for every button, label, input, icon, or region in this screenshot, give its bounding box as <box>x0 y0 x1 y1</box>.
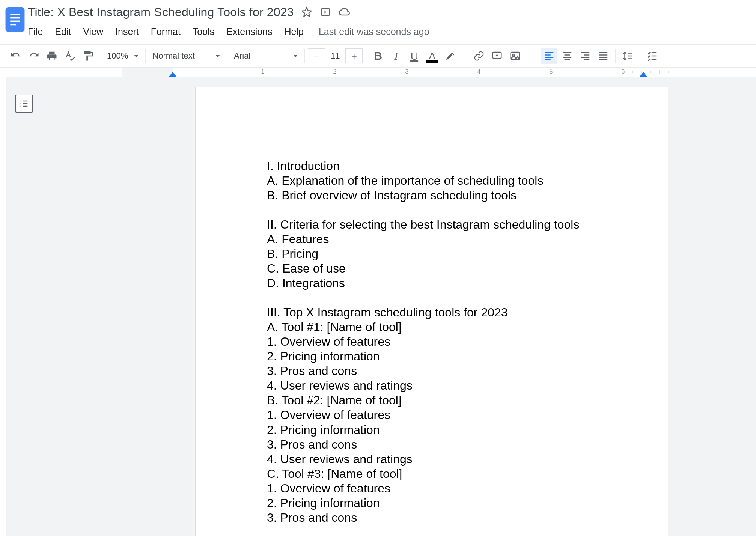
checklist-button[interactable] <box>644 48 660 64</box>
doc-line[interactable]: 1. Overview of features <box>267 408 596 422</box>
menu-help[interactable]: Help <box>279 24 310 39</box>
paint-format-button[interactable] <box>80 48 96 64</box>
doc-line[interactable]: II. Criteria for selecting the best Inst… <box>267 217 596 232</box>
svg-rect-2 <box>10 17 20 19</box>
doc-line[interactable]: III. Top X Instagram scheduling tools fo… <box>267 305 596 320</box>
toolbar-separator <box>366 49 366 63</box>
spellcheck-button[interactable] <box>62 48 78 64</box>
font-size-decrease-button[interactable]: − <box>308 48 325 63</box>
ruler-label: 5 <box>550 68 553 75</box>
print-icon <box>46 50 57 62</box>
docs-logo-icon <box>5 6 26 33</box>
chevron-down-icon <box>293 55 298 57</box>
paint-format-icon <box>82 50 93 62</box>
ruler-label: 6 <box>622 68 625 75</box>
doc-line[interactable]: D. Integrations <box>267 276 596 291</box>
svg-rect-3 <box>10 21 20 22</box>
doc-line[interactable]: 4. User reviews and ratings <box>267 378 596 393</box>
text-color-swatch <box>426 60 438 63</box>
doc-line[interactable]: B. Pricing <box>267 247 596 261</box>
menu-extensions[interactable]: Extensions <box>220 24 278 39</box>
doc-line[interactable] <box>267 291 596 305</box>
insert-comment-button[interactable] <box>489 48 505 64</box>
doc-line[interactable]: 2. Pricing information <box>267 423 596 437</box>
doc-line[interactable]: 4. User reviews and ratings <box>267 452 596 467</box>
move-icon[interactable] <box>319 6 331 18</box>
menu-tools[interactable]: Tools <box>187 24 220 39</box>
toolbar-separator <box>145 49 146 63</box>
doc-line[interactable]: 2. Pricing information <box>267 496 596 510</box>
redo-button[interactable] <box>26 48 42 64</box>
toolbar-separator <box>462 49 462 63</box>
doc-line[interactable]: 2. Pricing information <box>267 349 596 364</box>
doc-line[interactable]: C. Tool #3: [Name of tool] <box>267 467 596 481</box>
menu-file[interactable]: File <box>28 24 49 39</box>
print-button[interactable] <box>44 48 60 64</box>
doc-line[interactable]: C. Ease of use <box>267 261 596 276</box>
font-size-increase-button[interactable]: + <box>346 48 362 63</box>
font-select[interactable]: Arial <box>230 48 301 64</box>
menu-bar: File Edit View Insert Format Tools Exten… <box>28 23 756 41</box>
toolbar-separator <box>227 49 227 63</box>
doc-line[interactable] <box>267 203 596 217</box>
align-right-button[interactable] <box>577 48 593 64</box>
doc-line[interactable]: 3. Pros and cons <box>267 510 596 525</box>
document-page[interactable]: I. IntroductionA. Explanation of the imp… <box>195 87 668 536</box>
doc-line[interactable]: 1. Overview of features <box>267 334 596 349</box>
doc-line[interactable]: 1. Overview of features <box>267 481 596 496</box>
line-spacing-button[interactable] <box>619 48 636 64</box>
text-color-button[interactable]: A <box>424 48 440 64</box>
italic-button[interactable]: I <box>388 48 404 64</box>
doc-line[interactable]: I. Introduction <box>267 159 596 173</box>
menu-insert[interactable]: Insert <box>109 24 145 39</box>
comment-icon <box>491 50 503 62</box>
cloud-icon[interactable] <box>338 6 350 18</box>
doc-line[interactable]: A. Tool #1: [Name of tool] <box>267 320 596 334</box>
redo-icon <box>28 50 39 62</box>
horizontal-ruler[interactable]: 123456 <box>0 68 756 77</box>
menu-edit[interactable]: Edit <box>49 24 77 39</box>
undo-button[interactable] <box>8 48 24 64</box>
align-center-button[interactable] <box>559 48 575 64</box>
style-select[interactable]: Normal text <box>149 48 224 64</box>
svg-rect-1 <box>10 14 20 15</box>
docs-logo[interactable] <box>4 4 26 35</box>
toolbar: 100% Normal text Arial − + B I U A <box>0 44 756 68</box>
image-dropdown[interactable] <box>525 48 533 64</box>
align-left-button[interactable] <box>541 48 557 64</box>
svg-rect-0 <box>6 7 25 32</box>
doc-line[interactable]: A. Features <box>267 232 596 247</box>
highlight-icon <box>444 50 456 62</box>
align-right-icon <box>580 50 591 62</box>
text-cursor <box>346 263 347 274</box>
doc-line[interactable]: A. Explanation of the importance of sche… <box>267 173 596 188</box>
insert-link-button[interactable] <box>471 48 487 64</box>
bold-button[interactable]: B <box>370 48 386 64</box>
app-header: Title: X Best Instagram Scheduling Tools… <box>0 0 756 44</box>
indent-marker-left[interactable] <box>169 72 176 77</box>
italic-icon: I <box>394 50 398 62</box>
ruler-label: 2 <box>333 68 337 75</box>
doc-title[interactable]: Title: X Best Instagram Scheduling Tools… <box>28 5 294 19</box>
bold-icon: B <box>374 50 382 62</box>
insert-image-button[interactable] <box>507 48 523 64</box>
highlight-button[interactable] <box>442 48 458 64</box>
vertical-ruler[interactable] <box>0 77 6 536</box>
doc-line[interactable]: 3. Pros and cons <box>267 437 596 452</box>
underline-button[interactable]: U <box>406 48 422 64</box>
font-size-input[interactable] <box>325 48 346 63</box>
zoom-select[interactable]: 100% <box>103 48 142 64</box>
star-icon[interactable] <box>301 6 313 18</box>
align-justify-button[interactable] <box>595 48 611 64</box>
doc-line[interactable]: B. Brief overview of Instagram schedulin… <box>267 188 596 203</box>
indent-marker-right[interactable] <box>640 72 647 77</box>
doc-line[interactable]: 3. Pros and cons <box>267 364 596 378</box>
outline-toggle-button[interactable] <box>15 95 33 113</box>
last-edit-link[interactable]: Last edit was seconds ago <box>319 26 429 37</box>
underline-icon: U <box>410 50 418 62</box>
doc-line[interactable]: B. Tool #2: [Name of tool] <box>267 393 596 408</box>
text-color-icon: A <box>429 50 435 62</box>
toolbar-separator <box>615 49 616 63</box>
menu-view[interactable]: View <box>77 24 109 39</box>
menu-format[interactable]: Format <box>145 24 187 39</box>
